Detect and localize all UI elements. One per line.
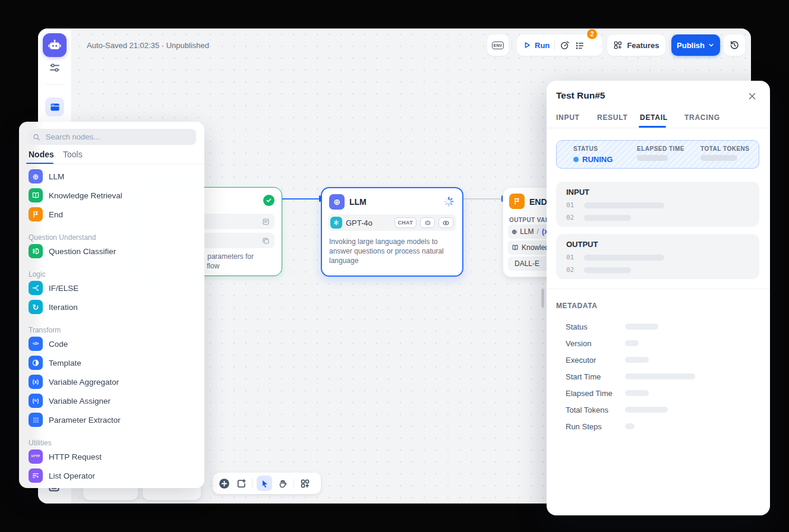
skeleton-bar bbox=[584, 255, 664, 261]
http-icon: HTTP bbox=[29, 449, 43, 464]
start-node-description: parameters for bbox=[207, 252, 254, 261]
skeleton-bar bbox=[700, 155, 737, 161]
model-selector[interactable]: GPT-4o CHAT bbox=[328, 214, 456, 231]
run-history-icon[interactable] bbox=[560, 40, 570, 50]
node-item-llm[interactable]: ⊕LLM bbox=[19, 167, 204, 186]
variable-label: DALL-E bbox=[515, 259, 539, 268]
metadata-rows: StatusVersionExecutorStart TimeElapsed T… bbox=[547, 318, 770, 435]
node-item-iteration[interactable]: ↻Iteration bbox=[19, 297, 204, 316]
tab-result[interactable]: RESULT bbox=[597, 113, 627, 122]
history-clock-icon bbox=[729, 40, 740, 50]
model-name: GPT-4o bbox=[346, 218, 391, 227]
book-mini-icon bbox=[512, 244, 519, 251]
env-button[interactable]: ENV bbox=[487, 34, 509, 56]
hand-tool-button[interactable] bbox=[276, 477, 289, 490]
rail-divider bbox=[46, 84, 64, 85]
node-item-variable-assigner[interactable]: (=)Variable Assigner bbox=[19, 391, 204, 410]
skeleton-bar bbox=[625, 340, 639, 346]
tab-tracing[interactable]: TRACING bbox=[684, 113, 720, 122]
io-skeleton-row: 02 bbox=[566, 266, 759, 274]
metadata-label: Version bbox=[566, 339, 625, 348]
node-item-label: Variable Aggregator bbox=[49, 378, 119, 387]
node-item-variable-aggregator[interactable]: (x)Variable Aggregator bbox=[19, 372, 204, 391]
vision-eye-badge bbox=[438, 217, 453, 228]
chat-mode-badge: CHAT bbox=[394, 217, 416, 228]
search-icon bbox=[33, 133, 40, 141]
node-item-question-classifier[interactable]: Question Classifier bbox=[19, 242, 204, 261]
varassign-icon: (=) bbox=[29, 394, 43, 408]
output-card: OUTPUT 0102 bbox=[556, 234, 759, 279]
features-button[interactable]: Features bbox=[607, 34, 665, 56]
node-item-label: Variable Assigner bbox=[49, 397, 111, 406]
pointer-tool-button[interactable] bbox=[257, 476, 272, 491]
version-history-button[interactable] bbox=[724, 34, 745, 56]
toolbar-divider bbox=[512, 40, 512, 50]
node-item-label: Knowledge Retrieval bbox=[49, 191, 122, 200]
robot-badge bbox=[420, 217, 435, 228]
node-section-utilities: Utilities bbox=[19, 434, 204, 447]
skeleton-bar bbox=[625, 324, 658, 330]
io-skeleton-row: 01 bbox=[566, 254, 759, 261]
tab-input[interactable]: INPUT bbox=[556, 113, 580, 122]
skeleton-bar bbox=[637, 155, 668, 161]
organize-nodes-button[interactable] bbox=[298, 477, 311, 490]
metadata-row-version: Version bbox=[547, 335, 770, 352]
metadata-row-elapsed-time: Elapsed Time bbox=[547, 385, 770, 401]
node-item-code[interactable]: </>Code bbox=[19, 334, 204, 353]
skeleton-bar bbox=[625, 423, 635, 429]
checklist-icon[interactable] bbox=[575, 40, 585, 50]
skeleton-bar bbox=[584, 267, 631, 273]
node-item-template[interactable]: Template bbox=[19, 353, 204, 372]
search-input[interactable] bbox=[45, 132, 191, 142]
success-check-icon bbox=[263, 195, 274, 206]
metadata-row-status: Status bbox=[547, 318, 770, 335]
canvas-scrollbar[interactable] bbox=[541, 289, 544, 308]
node-item-end[interactable]: End bbox=[19, 205, 204, 224]
preferences-sliders-icon[interactable] bbox=[49, 62, 61, 74]
publish-button[interactable]: Publish bbox=[671, 34, 720, 56]
book-icon bbox=[29, 188, 43, 202]
search-box[interactable] bbox=[27, 129, 196, 145]
metadata-label: Run Steps bbox=[566, 422, 625, 431]
node-item-knowledge-retrieval[interactable]: Knowledge Retrieval bbox=[19, 186, 204, 205]
llm-icon: ⊕ bbox=[29, 169, 43, 183]
llm-node-description: Invoking large language models to answer… bbox=[329, 237, 455, 265]
run-button[interactable]: Run bbox=[523, 41, 550, 50]
listop-icon bbox=[29, 468, 43, 483]
notification-badge: 2 bbox=[587, 29, 597, 39]
loading-spinner-icon bbox=[443, 196, 455, 207]
workflow-view-icon[interactable] bbox=[45, 97, 64, 116]
close-icon[interactable] bbox=[747, 91, 757, 101]
copy-icon bbox=[262, 237, 270, 245]
tab-tools[interactable]: Tools bbox=[63, 150, 83, 159]
metadata-row-run-steps: Run Steps bbox=[547, 418, 770, 435]
running-dot-icon bbox=[573, 157, 579, 162]
llm-icon: ⊕ bbox=[329, 194, 345, 210]
skeleton-bar bbox=[625, 373, 695, 379]
node-item-label: HTTP Request bbox=[49, 452, 102, 461]
llm-node[interactable]: ⊕ LLM GPT-4o CHAT Invoking large languag… bbox=[321, 187, 463, 277]
toolbar-divider bbox=[252, 479, 253, 488]
test-run-panel: Test Run#5 INPUT RESULT DETAIL TRACING S… bbox=[547, 81, 770, 515]
metadata-label: Total Tokens bbox=[566, 406, 625, 414]
add-note-button[interactable] bbox=[235, 477, 248, 490]
app-logo-robot-icon[interactable] bbox=[43, 33, 67, 57]
io-skeleton-row: 01 bbox=[566, 201, 759, 209]
node-section-logic: Logic bbox=[19, 265, 204, 278]
metadata-title: METADATA bbox=[556, 302, 597, 310]
tab-detail[interactable]: DETAIL bbox=[640, 113, 668, 122]
tab-nodes[interactable]: Nodes bbox=[29, 150, 54, 159]
metadata-row-executor: Executor bbox=[547, 352, 770, 368]
extractor-icon bbox=[29, 413, 43, 427]
node-item-http-request[interactable]: HTTPHTTP Request bbox=[19, 447, 204, 466]
metadata-row-start-time: Start Time bbox=[547, 368, 770, 385]
node-item-parameter-extractor[interactable]: Parameter Extractor bbox=[19, 410, 204, 429]
node-item-list-operator[interactable]: List Operator bbox=[19, 466, 204, 485]
chevron-down-icon bbox=[708, 42, 715, 49]
node-section-question-understand: Question Understand bbox=[19, 229, 204, 242]
classifier-icon bbox=[29, 244, 43, 258]
add-node-button[interactable] bbox=[217, 477, 231, 490]
node-item-if-else[interactable]: IF/ELSE bbox=[19, 278, 204, 297]
node-item-label: Parameter Extractor bbox=[49, 416, 121, 425]
features-grid-icon bbox=[613, 40, 623, 50]
